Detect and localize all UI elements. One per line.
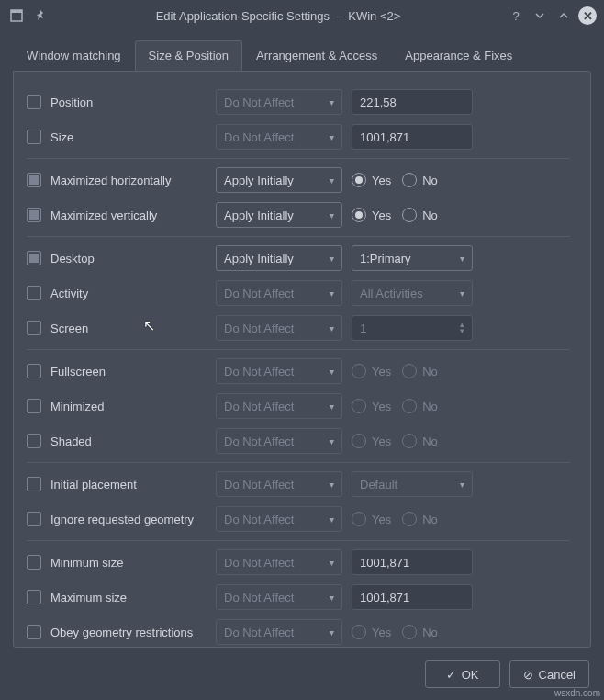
chevron-down-icon: ▾ bbox=[330, 323, 334, 333]
activity-label: Activity bbox=[50, 287, 216, 300]
tab-size-position[interactable]: Size & Position bbox=[135, 40, 242, 71]
chevron-down-icon: ▾ bbox=[330, 436, 334, 446]
spinner-icon: ▴▾ bbox=[460, 322, 464, 334]
title-bar: Edit Application-Specific Settings — KWi… bbox=[0, 0, 604, 31]
chevron-down-icon: ▾ bbox=[460, 288, 464, 299]
minimize-icon[interactable] bbox=[531, 6, 549, 25]
check-icon: ✓ bbox=[446, 668, 456, 682]
obey-geo-mode-select[interactable]: Do Not Affect▾ bbox=[216, 619, 342, 645]
chevron-down-icon: ▾ bbox=[330, 593, 334, 603]
position-checkbox[interactable] bbox=[27, 95, 41, 109]
chevron-down-icon: ▾ bbox=[330, 627, 334, 638]
placement-value-select[interactable]: Default▾ bbox=[352, 471, 473, 497]
ignore-geo-checkbox[interactable] bbox=[27, 512, 41, 526]
min-size-mode-select[interactable]: Do Not Affect▾ bbox=[216, 549, 342, 575]
position-field[interactable]: 221,58 bbox=[352, 89, 473, 115]
screen-checkbox[interactable] bbox=[27, 321, 41, 335]
size-label: Size bbox=[50, 130, 216, 144]
tab-appearance-fixes[interactable]: Appearance & Fixes bbox=[391, 40, 526, 71]
activity-mode-select[interactable]: Do Not Affect▾ bbox=[216, 280, 342, 306]
fullscreen-label: Fullscreen bbox=[50, 365, 216, 378]
chevron-down-icon: ▾ bbox=[330, 480, 334, 490]
fullscreen-yes-radio bbox=[352, 364, 366, 378]
size-mode-select[interactable]: Do Not Affect▾ bbox=[216, 124, 342, 150]
fullscreen-checkbox[interactable] bbox=[27, 364, 41, 378]
ignore-geo-label: Ignore requested geometry bbox=[50, 513, 216, 526]
max-v-mode-select[interactable]: Apply Initially▾ bbox=[216, 202, 342, 228]
tab-window-matching[interactable]: Window matching bbox=[13, 40, 135, 71]
chevron-down-icon: ▾ bbox=[330, 288, 334, 299]
screen-spinbox[interactable]: 1▴▾ bbox=[352, 315, 473, 341]
position-mode-select[interactable]: Do Not Affect▾ bbox=[216, 89, 342, 115]
chevron-down-icon: ▾ bbox=[330, 254, 334, 264]
desktop-value-select[interactable]: 1:Primary▾ bbox=[352, 245, 473, 271]
chevron-down-icon: ▾ bbox=[330, 210, 334, 220]
minimized-label: Minimized bbox=[50, 400, 216, 413]
position-label: Position bbox=[50, 96, 216, 109]
ignore-geo-mode-select[interactable]: Do Not Affect▾ bbox=[216, 506, 342, 532]
min-size-checkbox[interactable] bbox=[27, 555, 41, 570]
max-v-yes-radio[interactable] bbox=[352, 208, 366, 222]
chevron-down-icon: ▾ bbox=[330, 175, 334, 186]
chevron-down-icon: ▾ bbox=[330, 367, 334, 377]
chevron-down-icon: ▾ bbox=[330, 401, 334, 412]
max-size-checkbox[interactable] bbox=[27, 590, 41, 604]
fullscreen-mode-select[interactable]: Do Not Affect▾ bbox=[216, 358, 342, 384]
close-icon[interactable]: ✕ bbox=[578, 6, 597, 25]
min-size-field[interactable]: 1001,871 bbox=[352, 549, 473, 575]
ignore-geo-yes-radio bbox=[352, 512, 366, 526]
tab-arrangement-access[interactable]: Arrangement & Access bbox=[242, 40, 391, 71]
chevron-down-icon: ▾ bbox=[330, 132, 334, 142]
desktop-checkbox[interactable] bbox=[27, 251, 41, 265]
ignore-geo-no-radio bbox=[402, 512, 417, 526]
obey-geo-label: Obey geometry restrictions bbox=[50, 626, 216, 639]
placement-mode-select[interactable]: Do Not Affect▾ bbox=[216, 471, 342, 497]
app-menu-icon[interactable] bbox=[7, 6, 26, 25]
window-title: Edit Application-Specific Settings — KWi… bbox=[50, 9, 507, 23]
minimized-mode-select[interactable]: Do Not Affect▾ bbox=[216, 393, 342, 419]
shaded-mode-select[interactable]: Do Not Affect▾ bbox=[216, 428, 342, 454]
cancel-button[interactable]: ⊘ Cancel bbox=[509, 660, 589, 688]
maximize-icon[interactable] bbox=[554, 6, 573, 25]
max-size-mode-select[interactable]: Do Not Affect▾ bbox=[216, 584, 342, 610]
size-checkbox[interactable] bbox=[27, 130, 41, 144]
obey-geo-yes-radio bbox=[352, 625, 366, 639]
desktop-mode-select[interactable]: Apply Initially▾ bbox=[216, 245, 342, 271]
pin-icon[interactable] bbox=[31, 6, 50, 25]
chevron-down-icon: ▾ bbox=[330, 514, 334, 525]
screen-mode-select[interactable]: Do Not Affect▾ bbox=[216, 315, 342, 341]
svg-rect-1 bbox=[11, 10, 22, 13]
max-h-mode-select[interactable]: Apply Initially▾ bbox=[216, 167, 342, 193]
max-size-field[interactable]: 1001,871 bbox=[352, 584, 473, 610]
desktop-label: Desktop bbox=[50, 252, 216, 265]
minimized-checkbox[interactable] bbox=[27, 399, 41, 413]
shaded-yes-radio bbox=[352, 434, 366, 448]
placement-checkbox[interactable] bbox=[27, 477, 41, 491]
placement-label: Initial placement bbox=[50, 478, 216, 491]
max-h-label: Maximized horizontally bbox=[50, 174, 216, 187]
help-icon[interactable]: ? bbox=[507, 6, 525, 25]
watermark: wsxdn.com bbox=[554, 688, 600, 698]
fullscreen-no-radio bbox=[402, 364, 417, 378]
obey-geo-checkbox[interactable] bbox=[27, 625, 41, 639]
max-v-no-radio[interactable] bbox=[402, 208, 417, 222]
shaded-no-radio bbox=[402, 434, 417, 448]
activity-value-select[interactable]: All Activities▾ bbox=[352, 280, 473, 306]
max-h-no-radio[interactable] bbox=[402, 173, 417, 187]
screen-label: Screen bbox=[50, 322, 216, 335]
max-h-checkbox[interactable] bbox=[27, 173, 41, 187]
ok-button[interactable]: ✓ OK bbox=[425, 660, 500, 688]
minimized-no-radio bbox=[402, 399, 417, 413]
chevron-down-icon: ▾ bbox=[460, 254, 464, 264]
separator bbox=[27, 540, 570, 541]
chevron-down-icon: ▾ bbox=[330, 97, 334, 107]
activity-checkbox[interactable] bbox=[27, 286, 41, 300]
shaded-checkbox[interactable] bbox=[27, 434, 41, 448]
chevron-down-icon: ▾ bbox=[460, 480, 464, 490]
max-size-label: Maximum size bbox=[50, 591, 216, 604]
min-size-label: Minimum size bbox=[50, 556, 216, 570]
max-h-yes-radio[interactable] bbox=[352, 173, 366, 187]
max-v-checkbox[interactable] bbox=[27, 208, 41, 222]
separator bbox=[27, 158, 570, 159]
size-field[interactable]: 1001,871 bbox=[352, 124, 473, 150]
